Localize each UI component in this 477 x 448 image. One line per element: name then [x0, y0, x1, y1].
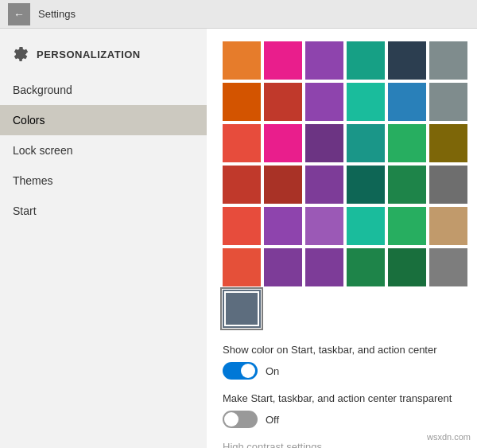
- show-color-label: Show color on Start, taskbar, and action…: [223, 344, 461, 356]
- color-swatch-27[interactable]: [347, 207, 385, 245]
- main-layout: PERSONALIZATION Background Colors Lock s…: [0, 29, 477, 448]
- color-swatch-18[interactable]: [223, 166, 261, 204]
- color-swatch-7[interactable]: [264, 83, 302, 121]
- color-swatch-32[interactable]: [305, 248, 343, 286]
- color-swatch-15[interactable]: [347, 124, 385, 162]
- color-swatch-17[interactable]: [429, 124, 467, 162]
- show-color-toggle-knob: [241, 364, 255, 378]
- color-swatch-25[interactable]: [264, 207, 302, 245]
- color-swatch-24[interactable]: [223, 207, 261, 245]
- color-swatch-1[interactable]: [264, 41, 302, 80]
- color-swatch-6[interactable]: [223, 83, 261, 121]
- show-color-toggle-row: On: [223, 362, 461, 380]
- color-swatch-4[interactable]: [388, 41, 426, 80]
- color-swatch-9[interactable]: [347, 83, 385, 121]
- sidebar-header: PERSONALIZATION: [0, 37, 207, 75]
- color-swatch-11[interactable]: [429, 83, 467, 121]
- sidebar-title: PERSONALIZATION: [37, 49, 141, 60]
- color-swatch-2[interactable]: [305, 41, 343, 80]
- sidebar-item-colors[interactable]: Colors: [0, 105, 207, 135]
- transparent-toggle-row: Off: [223, 411, 461, 428]
- content-area: Show color on Start, taskbar, and action…: [207, 29, 477, 448]
- high-contrast-link[interactable]: High contrast settings: [223, 441, 461, 448]
- transparent-toggle-label: Off: [266, 414, 279, 426]
- color-swatch-13[interactable]: [264, 124, 302, 162]
- color-swatch-26[interactable]: [305, 207, 343, 245]
- title-bar: ← Settings: [0, 0, 477, 29]
- color-swatch-35[interactable]: [429, 248, 467, 286]
- color-swatch-31[interactable]: [264, 248, 302, 286]
- sidebar-item-background[interactable]: Background: [0, 75, 207, 105]
- color-swatch-10[interactable]: [388, 83, 426, 121]
- color-swatch-19[interactable]: [264, 166, 302, 204]
- sidebar-item-lock-screen[interactable]: Lock screen: [0, 135, 207, 166]
- color-swatch-12[interactable]: [223, 124, 261, 162]
- color-swatch-14[interactable]: [305, 124, 343, 162]
- color-swatch-23[interactable]: [429, 166, 467, 204]
- sidebar: PERSONALIZATION Background Colors Lock s…: [0, 29, 207, 448]
- color-swatch-16[interactable]: [388, 124, 426, 162]
- watermark: wsxdn.com: [427, 432, 471, 442]
- color-swatch-22[interactable]: [388, 166, 426, 204]
- back-button[interactable]: ←: [8, 3, 30, 25]
- sidebar-item-themes[interactable]: Themes: [0, 166, 207, 196]
- color-swatch-0[interactable]: [223, 41, 261, 80]
- transparent-toggle[interactable]: [223, 411, 258, 428]
- color-swatch-36[interactable]: [223, 290, 261, 328]
- show-color-toggle[interactable]: [223, 362, 258, 380]
- transparent-label: Make Start, taskbar, and action center t…: [223, 392, 461, 404]
- window-title: Settings: [38, 8, 76, 20]
- color-swatch-3[interactable]: [347, 41, 385, 80]
- show-color-toggle-label: On: [266, 365, 279, 377]
- color-swatch-34[interactable]: [388, 248, 426, 286]
- color-swatch-29[interactable]: [429, 207, 467, 245]
- transparent-toggle-knob: [224, 412, 238, 427]
- color-swatch-5[interactable]: [429, 41, 467, 80]
- sidebar-item-start[interactable]: Start: [0, 196, 207, 226]
- color-swatch-33[interactable]: [347, 248, 385, 286]
- color-swatch-28[interactable]: [388, 207, 426, 245]
- color-swatch-30[interactable]: [223, 248, 261, 286]
- gear-icon: [13, 46, 29, 62]
- color-swatch-8[interactable]: [305, 83, 343, 121]
- color-grid: [223, 41, 461, 328]
- color-swatch-20[interactable]: [305, 166, 343, 204]
- color-swatch-21[interactable]: [347, 166, 385, 204]
- back-arrow-icon: ←: [14, 8, 25, 21]
